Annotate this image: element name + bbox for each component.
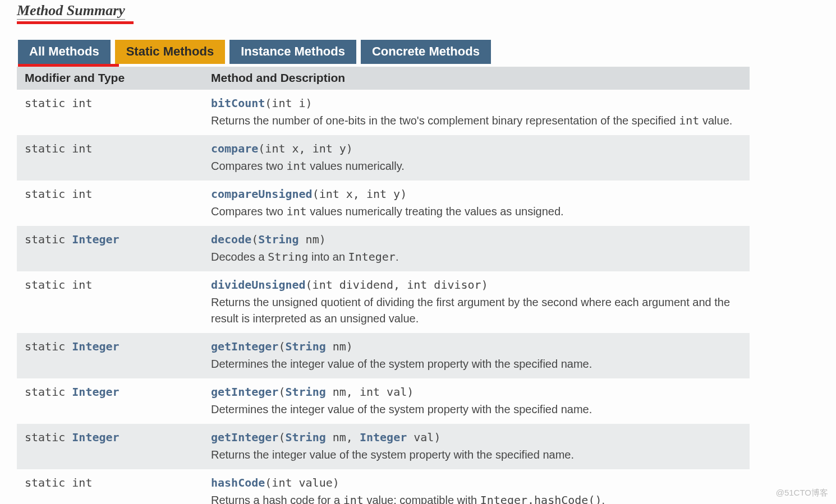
table-row: static intdivideUnsigned(int dividend, i… bbox=[17, 271, 750, 333]
method-cell: compare(int x, int y)Compares two int va… bbox=[203, 135, 750, 181]
tab-concrete-methods[interactable]: Concrete Methods bbox=[361, 40, 491, 64]
param-text: nm, bbox=[326, 431, 360, 444]
type-keyword: int bbox=[72, 278, 92, 292]
method-cell: hashCode(int value)Returns a hash code f… bbox=[203, 469, 750, 504]
modifier-cell: static Integer bbox=[17, 378, 203, 424]
column-header-modifier: Modifier and Type bbox=[17, 67, 203, 90]
table-row: static Integerdecode(String nm)Decodes a… bbox=[17, 226, 750, 271]
tab-static-methods[interactable]: Static Methods bbox=[115, 40, 225, 64]
table-row: static intcompare(int x, int y)Compares … bbox=[17, 135, 750, 181]
method-link[interactable]: getInteger bbox=[211, 385, 278, 399]
method-link[interactable]: getInteger bbox=[211, 340, 278, 353]
section-title: Method Summary bbox=[17, 0, 125, 20]
type-keyword: int bbox=[72, 476, 92, 489]
method-cell: getInteger(String nm)Determines the inte… bbox=[203, 333, 750, 378]
type-link[interactable]: String bbox=[258, 233, 298, 246]
type-link[interactable]: String bbox=[285, 431, 325, 444]
method-link[interactable]: decode bbox=[211, 233, 251, 246]
type-keyword: int bbox=[72, 96, 92, 110]
method-cell: decode(String nm)Decodes a String into a… bbox=[203, 226, 750, 271]
method-params: (int dividend, int divisor) bbox=[306, 278, 488, 292]
modifier-cell: static Integer bbox=[17, 333, 203, 378]
method-cell: bitCount(int i)Returns the number of one… bbox=[203, 90, 750, 135]
table-row: static intcompareUnsigned(int x, int y)C… bbox=[17, 181, 750, 226]
modifier-cell: static Integer bbox=[17, 226, 203, 271]
column-header-method: Method and Description bbox=[203, 67, 750, 90]
watermark: @51CTO博客 bbox=[776, 488, 828, 498]
modifier-cell: static int bbox=[17, 181, 203, 226]
table-row: static IntegergetInteger(String nm, Inte… bbox=[17, 424, 750, 469]
method-cell: getInteger(String nm, int val)Determines… bbox=[203, 378, 750, 424]
method-cell: getInteger(String nm, Integer val)Return… bbox=[203, 424, 750, 469]
method-description: Returns the unsigned quotient of dividin… bbox=[211, 294, 742, 327]
type-link[interactable]: Integer bbox=[72, 431, 119, 444]
method-description: Decodes a String into an Integer. bbox=[211, 249, 742, 265]
method-description: Compares two int values numerically. bbox=[211, 158, 742, 174]
table-row: static IntegergetInteger(String nm, int … bbox=[17, 378, 750, 424]
param-text: val) bbox=[407, 431, 440, 444]
param-text: nm) bbox=[326, 340, 353, 353]
method-link[interactable]: getInteger bbox=[211, 431, 278, 444]
param-text: nm) bbox=[299, 233, 326, 246]
section-title-underline bbox=[17, 21, 134, 24]
method-description: Returns a hash code for a int value; com… bbox=[211, 492, 742, 504]
method-link[interactable]: compare bbox=[211, 142, 258, 155]
tab-all-methods[interactable]: All Methods bbox=[18, 40, 111, 64]
modifier-cell: static Integer bbox=[17, 424, 203, 469]
method-params: (int x, int y) bbox=[258, 142, 353, 155]
type-keyword: int bbox=[72, 142, 92, 155]
method-description: Returns the integer value of the system … bbox=[211, 447, 742, 463]
method-cell: compareUnsigned(int x, int y)Compares tw… bbox=[203, 181, 750, 226]
method-description: Compares two int values numerically trea… bbox=[211, 204, 742, 220]
type-link[interactable]: Integer bbox=[360, 431, 407, 444]
method-cell: divideUnsigned(int dividend, int divisor… bbox=[203, 271, 750, 333]
method-description: Determines the integer value of the syst… bbox=[211, 356, 742, 372]
table-row: static IntegergetInteger(String nm)Deter… bbox=[17, 333, 750, 378]
method-link[interactable]: hashCode bbox=[211, 476, 265, 489]
tab-instance-methods[interactable]: Instance Methods bbox=[229, 40, 356, 64]
table-row: static intbitCount(int i)Returns the num… bbox=[17, 90, 750, 135]
table-row: static inthashCode(int value)Returns a h… bbox=[17, 469, 750, 504]
method-params: (int i) bbox=[265, 96, 312, 110]
type-link[interactable]: String bbox=[285, 385, 325, 399]
type-link[interactable]: String bbox=[285, 340, 325, 353]
method-link[interactable]: compareUnsigned bbox=[211, 187, 313, 201]
modifier-cell: static int bbox=[17, 271, 203, 333]
method-link[interactable]: bitCount bbox=[211, 96, 265, 110]
method-description: Determines the integer value of the syst… bbox=[211, 401, 742, 418]
modifier-cell: static int bbox=[17, 90, 203, 135]
modifier-cell: static int bbox=[17, 469, 203, 504]
method-link[interactable]: divideUnsigned bbox=[211, 278, 306, 292]
method-summary-table: Modifier and Type Method and Description… bbox=[17, 67, 750, 504]
param-text: nm, int val) bbox=[326, 385, 414, 399]
method-params: (int value) bbox=[265, 476, 339, 489]
method-params: (int x, int y) bbox=[313, 187, 407, 201]
modifier-cell: static int bbox=[17, 135, 203, 181]
type-link[interactable]: Integer bbox=[72, 233, 119, 246]
method-description: Returns the number of one-bits in the tw… bbox=[211, 113, 742, 129]
type-link[interactable]: Integer bbox=[72, 340, 119, 353]
type-link[interactable]: Integer bbox=[72, 385, 119, 399]
type-keyword: int bbox=[72, 187, 92, 201]
method-tabs: All MethodsStatic MethodsInstance Method… bbox=[18, 40, 825, 64]
